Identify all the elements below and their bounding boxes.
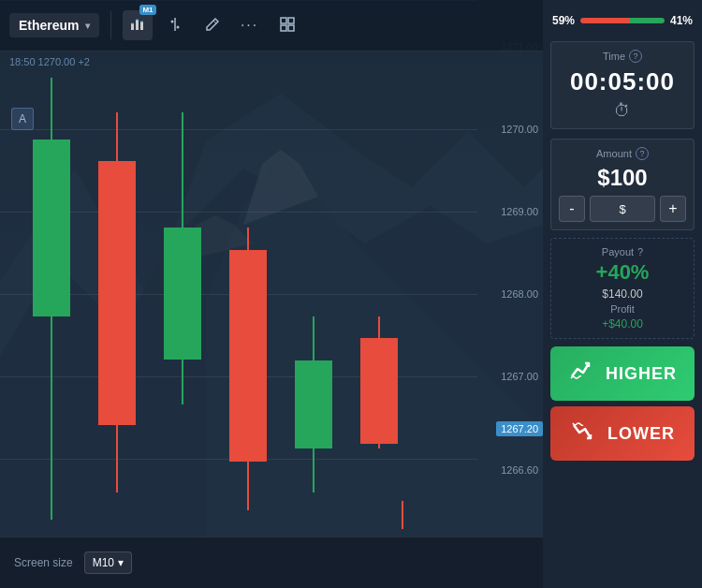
progress-right-pct: 41% xyxy=(670,14,693,27)
candlestick-chart xyxy=(0,51,477,537)
layout-button[interactable] xyxy=(272,10,302,40)
pencil-icon xyxy=(205,17,220,35)
toolbar-divider-1 xyxy=(110,11,111,39)
svg-rect-7 xyxy=(136,20,139,30)
svg-rect-28 xyxy=(229,250,267,462)
progress-left-pct: 59% xyxy=(552,14,575,27)
svg-rect-6 xyxy=(131,23,134,30)
more-icon: ··· xyxy=(241,17,258,34)
svg-rect-22 xyxy=(33,140,70,316)
price-labels: 1271.00 1270.00 1269.00 1268.00 1267.00 … xyxy=(477,0,543,588)
lower-button[interactable]: LOWER xyxy=(550,406,695,461)
svg-rect-17 xyxy=(281,18,286,23)
amount-plus-button[interactable]: + xyxy=(660,196,686,222)
svg-line-16 xyxy=(213,21,216,23)
amount-section: Amount ? $100 - $ + xyxy=(550,139,695,230)
higher-label: HIGHER xyxy=(606,364,677,384)
chevron-down-icon-2: ▾ xyxy=(118,556,124,569)
more-button[interactable]: ··· xyxy=(235,10,265,40)
asset-name: Ethereum xyxy=(19,18,80,33)
bottom-bar: Screen size M10 ▾ xyxy=(0,537,543,588)
indicators-button[interactable] xyxy=(160,10,190,40)
timeframe-badge: M1 xyxy=(139,5,155,15)
time-section: Time ? 00:05:00 ⏱ xyxy=(550,41,695,129)
payout-amount: $140.00 xyxy=(602,287,642,301)
lower-label: LOWER xyxy=(607,424,675,444)
payout-info-icon[interactable]: ? xyxy=(637,246,643,257)
higher-button[interactable]: HIGHER xyxy=(550,346,695,401)
payout-header: Payout ? xyxy=(602,246,643,257)
chart-type-button[interactable]: M1 xyxy=(123,10,153,40)
timer-icon[interactable]: ⏱ xyxy=(614,101,631,121)
grid-icon xyxy=(280,17,295,35)
amount-display: $100 xyxy=(597,165,647,191)
time-display: 00:05:00 xyxy=(570,67,675,96)
asset-selector[interactable]: Ethereum ▾ xyxy=(9,13,99,37)
currency-button[interactable]: $ xyxy=(590,196,655,222)
time-section-title: Time ? xyxy=(603,50,642,63)
svg-point-15 xyxy=(176,25,179,28)
amount-controls: - $ + xyxy=(559,196,686,222)
svg-rect-18 xyxy=(288,18,294,23)
svg-rect-8 xyxy=(140,22,143,30)
price-label-2: 1270.00 xyxy=(501,124,538,135)
profit-amount: +$40.00 xyxy=(602,317,643,331)
price-label-4: 1268.00 xyxy=(501,288,538,300)
svg-point-14 xyxy=(170,20,173,22)
amount-section-title: Amount ? xyxy=(596,147,649,160)
chart-toolbar: Ethereum ▾ M1 xyxy=(0,0,543,51)
payout-section: Payout ? +40% $140.00 Profit +$40.00 xyxy=(550,238,695,339)
higher-icon xyxy=(568,358,594,390)
payout-label: Payout xyxy=(602,246,634,257)
profit-label: Profit xyxy=(610,303,635,315)
chart-info-label: 18:50 1270.00 +2 xyxy=(9,56,90,67)
current-price-badge: 1267.20 xyxy=(496,421,543,436)
price-label-6: 1266.60 xyxy=(501,464,538,476)
svg-rect-30 xyxy=(295,360,332,448)
svg-rect-24 xyxy=(98,161,136,425)
chevron-down-icon: ▾ xyxy=(85,21,90,31)
chart-point-a: A xyxy=(11,108,34,130)
price-label-3: 1269.00 xyxy=(501,206,538,217)
right-panel: 59% 41% Time ? 00:05:00 ⏱ Amount ? $100 … xyxy=(543,0,702,588)
lower-icon xyxy=(570,418,596,449)
amount-minus-button[interactable]: - xyxy=(559,196,585,222)
progress-track xyxy=(580,18,665,23)
progress-fill-left xyxy=(580,18,630,23)
svg-rect-20 xyxy=(288,25,294,31)
chart-area: Ethereum ▾ M1 xyxy=(0,0,543,588)
screen-size-value: M10 xyxy=(93,556,114,569)
price-label-5: 1267.00 xyxy=(501,371,538,382)
progress-bar-section: 59% 41% xyxy=(543,9,702,32)
amount-label: Amount xyxy=(596,148,632,159)
amount-info-icon[interactable]: ? xyxy=(636,147,649,160)
time-info-icon[interactable]: ? xyxy=(629,50,642,63)
payout-pct: +40% xyxy=(596,260,650,285)
svg-rect-19 xyxy=(281,25,286,31)
indicators-icon xyxy=(167,16,183,36)
draw-button[interactable] xyxy=(197,10,227,40)
svg-rect-26 xyxy=(164,228,201,360)
screen-size-select[interactable]: M10 ▾ xyxy=(84,551,132,574)
chart-type-icon xyxy=(129,16,146,36)
svg-rect-32 xyxy=(360,338,398,444)
time-label: Time xyxy=(603,51,625,62)
screen-size-label: Screen size xyxy=(14,556,73,569)
progress-fill-right xyxy=(630,18,665,23)
